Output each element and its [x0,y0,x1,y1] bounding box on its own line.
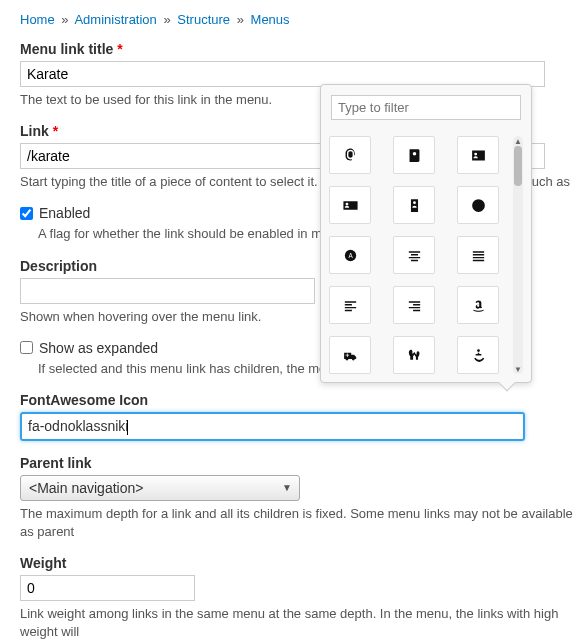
faicon-input[interactable]: fa-odnoklassniki [20,412,525,441]
align-left-icon[interactable] [329,286,371,324]
id-badge-icon[interactable] [393,186,435,224]
address-book-icon[interactable] [393,136,435,174]
adjust-icon[interactable] [457,186,499,224]
faicon-label: FontAwesome Icon [20,392,574,408]
align-justify-icon[interactable] [457,236,499,274]
ambulance-icon[interactable] [329,336,371,374]
anchor-icon[interactable] [457,336,499,374]
parent-select[interactable]: <Main navigation> [20,475,300,501]
picker-scrollbar[interactable]: ▲ ▼ [513,136,523,374]
expanded-label: Show as expanded [39,340,158,356]
breadcrumb-sep: » [163,12,170,27]
breadcrumb-menus[interactable]: Menus [251,12,290,27]
expanded-checkbox[interactable] [20,341,33,354]
breadcrumb-sep: » [237,12,244,27]
icon-grid: A [329,136,507,374]
fingerprint-icon[interactable] [329,136,371,174]
amazon-icon[interactable] [457,286,499,324]
id-card-icon[interactable] [329,186,371,224]
parent-desc: The maximum depth for a link and all its… [20,505,574,541]
parent-label: Parent link [20,455,574,471]
icon-filter-input[interactable] [331,95,521,120]
breadcrumb: Home » Administration » Structure » Menu… [20,12,574,27]
breadcrumb-home[interactable]: Home [20,12,55,27]
breadcrumb-sep: » [61,12,68,27]
field-weight: Weight Link weight among links in the sa… [20,555,574,641]
weight-desc: Link weight among links in the same menu… [20,605,574,641]
breadcrumb-structure[interactable]: Structure [177,12,230,27]
breadcrumb-admin[interactable]: Administration [74,12,156,27]
align-right-icon[interactable] [393,286,435,324]
description-input[interactable] [20,278,315,304]
field-fontawesome-icon: FontAwesome Icon fa-odnoklassniki [20,392,574,441]
weight-input[interactable] [20,575,195,601]
scroll-up-icon[interactable]: ▲ [513,136,523,146]
field-parent-link: Parent link <Main navigation> ▼ The maxi… [20,455,574,541]
align-center-icon[interactable] [393,236,435,274]
icon-picker-popover: A ▲ ▼ [320,84,532,383]
enabled-label: Enabled [39,205,90,221]
address-card-icon[interactable] [457,136,499,174]
asl-icon[interactable] [393,336,435,374]
title-label: Menu link title * [20,41,574,57]
enabled-checkbox[interactable] [20,207,33,220]
scroll-down-icon[interactable]: ▼ [513,364,523,374]
circle-a-icon[interactable]: A [329,236,371,274]
scroll-thumb[interactable] [514,146,522,186]
weight-label: Weight [20,555,574,571]
